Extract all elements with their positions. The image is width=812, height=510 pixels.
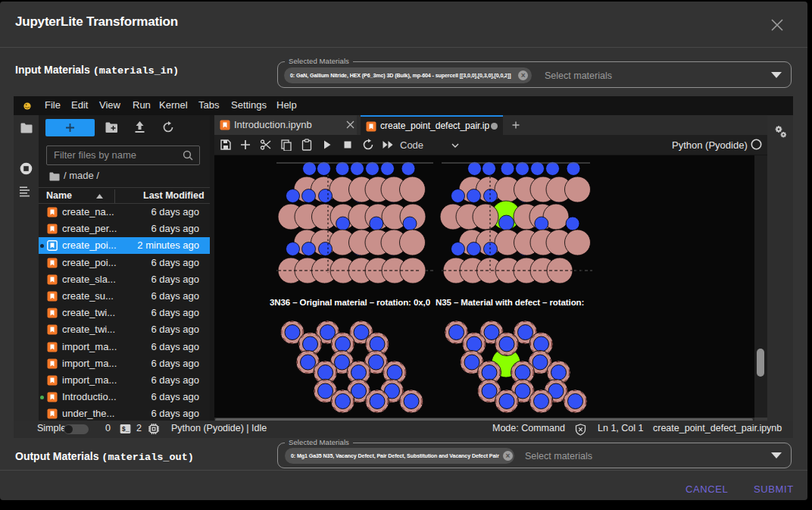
svg-text:$_: $_ <box>122 426 130 433</box>
